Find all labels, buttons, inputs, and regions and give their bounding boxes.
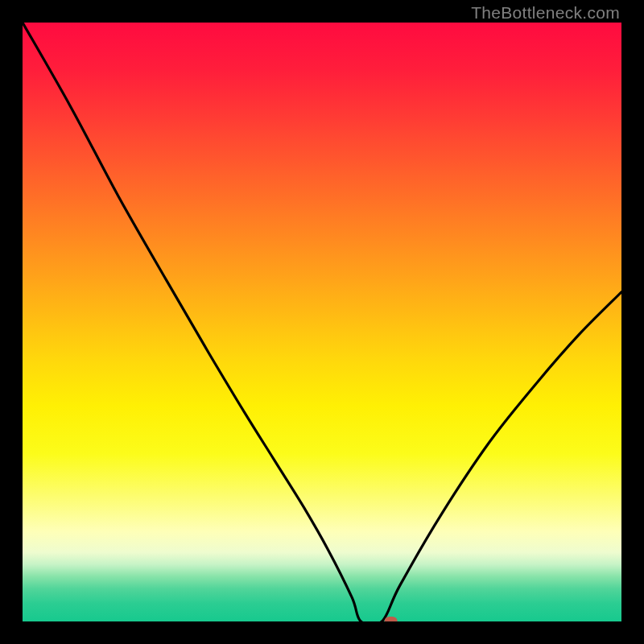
watermark-text: TheBottleneck.com: [471, 3, 620, 23]
chart-frame: TheBottleneck.com: [0, 0, 644, 644]
plot-area: [23, 23, 621, 621]
curve-layer: [23, 23, 621, 621]
bottleneck-curve: [23, 23, 621, 621]
